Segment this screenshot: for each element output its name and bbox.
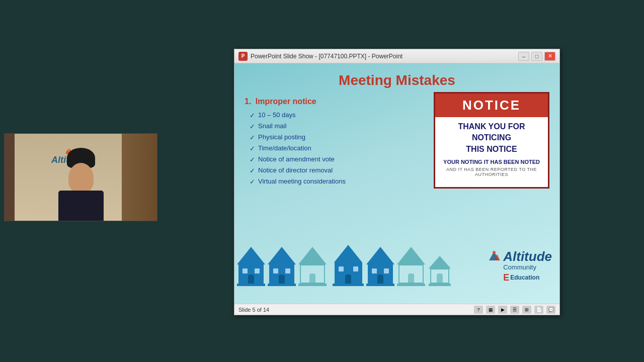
house-wall xyxy=(398,264,424,284)
person-head xyxy=(68,163,94,193)
normal-view-icon[interactable]: ▦ xyxy=(486,306,495,314)
house-roof xyxy=(366,247,394,264)
house-body xyxy=(237,264,265,286)
house-window-right xyxy=(384,268,389,274)
house-wall xyxy=(300,264,325,284)
house-roof xyxy=(237,247,265,264)
house-roof xyxy=(298,247,327,264)
house-base xyxy=(333,284,364,286)
house-body xyxy=(333,262,364,286)
bookshelf-left xyxy=(5,134,15,221)
house-wall xyxy=(368,264,393,284)
house-door xyxy=(309,274,315,283)
webcam-background: 🏔 Altitude xyxy=(5,134,157,221)
slide-content: 1. Improper notice 10 – 50 days Snail ma… xyxy=(234,95,559,189)
svg-point-2 xyxy=(493,251,496,254)
house-roof xyxy=(429,256,451,268)
house-window xyxy=(339,266,344,272)
notes-icon[interactable]: 📄 xyxy=(534,306,543,314)
comments-icon[interactable]: 💬 xyxy=(546,306,555,314)
window-title: PowerPoint Slide Show - [07747100.PPTX] … xyxy=(251,53,403,60)
house-door xyxy=(279,275,285,284)
house-window xyxy=(243,268,248,274)
slide-bottom-decoration: Altitude Community E Education xyxy=(234,213,559,286)
house-door xyxy=(408,274,414,283)
house-door xyxy=(345,275,351,284)
notice-box: NOTICE THANK YOU FOR NOTICING THIS NOTIC… xyxy=(434,92,549,189)
house-base xyxy=(237,284,265,286)
reading-view-icon[interactable]: ☰ xyxy=(510,306,519,314)
house-door xyxy=(248,275,254,284)
powerpoint-window: P PowerPoint Slide Show - [07747100.PPTX… xyxy=(234,49,560,315)
bullet-list: 10 – 50 days Snail mail Physical posting… xyxy=(250,111,429,186)
slide-sorter-icon[interactable]: ⊞ xyxy=(522,306,531,314)
minimize-button[interactable]: – xyxy=(518,52,529,61)
presenter-video xyxy=(51,155,111,221)
house-base xyxy=(268,284,296,286)
notice-thank-you-text: THANK YOU FOR NOTICING THIS NOTICE xyxy=(440,121,543,155)
altitude-education-text: Education xyxy=(510,274,539,282)
section-heading: 1. Improper notice xyxy=(245,97,429,106)
altitude-e-letter: E xyxy=(503,272,509,284)
house-window xyxy=(372,268,377,274)
close-button[interactable]: ✕ xyxy=(544,52,555,61)
list-item: Time/date/location xyxy=(250,144,429,152)
slide-title: Meeting Mistakes xyxy=(234,63,559,95)
notice-body: THANK YOU FOR NOTICING THIS NOTICE YOUR … xyxy=(435,117,548,181)
house-body xyxy=(429,268,451,286)
statusbar-controls[interactable]: ? ▦ ▶ ☰ ⊞ 📄 💬 xyxy=(474,306,555,314)
house-body xyxy=(366,264,394,286)
house-door xyxy=(437,274,443,283)
person-body xyxy=(58,191,104,221)
house-body xyxy=(268,264,296,286)
house-base xyxy=(397,284,425,286)
house-wall xyxy=(335,262,362,284)
altitude-logo-subtitle: Community E Education xyxy=(503,263,539,284)
house-door xyxy=(377,275,383,284)
notice-header: NOTICE xyxy=(435,94,548,117)
statusbar: Slide 5 of 14 ? ▦ ▶ ☰ ⊞ 📄 💬 xyxy=(234,304,559,315)
notice-your-noting: YOUR NOTING IT HAS BEEN NOTED xyxy=(440,159,543,165)
house-1 xyxy=(237,247,265,286)
house-base xyxy=(298,284,327,286)
bookshelf-right xyxy=(122,134,157,221)
house-7 xyxy=(429,256,451,286)
list-item: Snail mail xyxy=(250,122,429,130)
slide-left-panel: 1. Improper notice 10 – 50 days Snail ma… xyxy=(245,95,429,189)
house-wall xyxy=(430,268,449,284)
help-icon[interactable]: ? xyxy=(474,306,483,314)
house-3 xyxy=(298,247,327,286)
list-item: Physical posting xyxy=(250,133,429,141)
house-window xyxy=(273,268,278,274)
house-base xyxy=(366,284,394,286)
maximize-button[interactable]: □ xyxy=(531,52,542,61)
titlebar-left: P PowerPoint Slide Show - [07747100.PPTX… xyxy=(238,52,403,61)
house-window-right xyxy=(353,266,358,272)
list-item: Notice of amendment vote xyxy=(250,155,429,163)
house-2 xyxy=(268,247,296,286)
section-number: 1. xyxy=(245,97,251,106)
house-roof xyxy=(268,247,296,264)
house-4 xyxy=(333,245,364,286)
house-wall xyxy=(238,264,264,284)
altitude-mountain-icon xyxy=(487,249,501,263)
list-item: Virtual meeting considerations xyxy=(250,177,429,186)
titlebar: P PowerPoint Slide Show - [07747100.PPTX… xyxy=(234,49,559,63)
slideshow-icon[interactable]: ▶ xyxy=(498,306,507,314)
houses-illustration xyxy=(237,245,451,286)
list-item: 10 – 50 days xyxy=(250,111,429,119)
notice-reported: AND IT HAS BEEN REPORTED TO THE AUTHORIT… xyxy=(440,167,543,177)
window-controls[interactable]: – □ ✕ xyxy=(518,52,555,61)
house-6 xyxy=(397,247,425,286)
house-body xyxy=(298,264,327,286)
house-body xyxy=(397,264,425,286)
altitude-logo-text: Altitude xyxy=(503,250,552,263)
house-window-right xyxy=(255,268,260,274)
house-window-right xyxy=(285,268,290,274)
house-base xyxy=(429,284,451,286)
altitude-logo: Altitude Community E Education xyxy=(487,249,557,286)
section-title: Improper notice xyxy=(256,97,316,106)
list-item: Notice of director removal xyxy=(250,166,429,174)
webcam-panel: 🏔 Altitude xyxy=(4,133,157,221)
house-roof xyxy=(334,245,362,262)
